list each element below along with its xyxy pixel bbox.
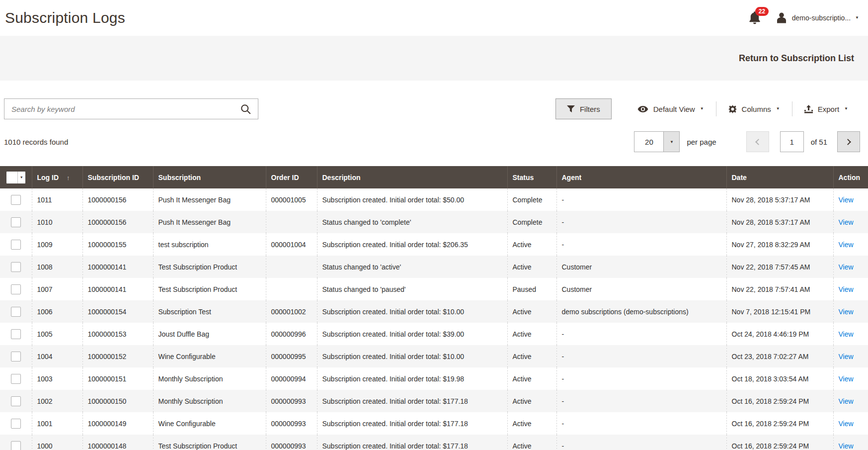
row-checkbox[interactable] bbox=[11, 284, 21, 294]
cell-status: Active bbox=[507, 435, 556, 450]
cell-status: Active bbox=[507, 345, 556, 367]
cell-order-id: 000000993 bbox=[266, 412, 317, 435]
cell-date: Oct 24, 2018 4:46:19 PM bbox=[726, 323, 833, 345]
cell-description: Subscription created. Initial order tota… bbox=[317, 233, 507, 256]
cell-description: Subscription created. Initial order tota… bbox=[317, 345, 507, 367]
cell-date: Nov 27, 2018 8:32:29 AM bbox=[726, 233, 833, 256]
column-header-subscription[interactable]: Subscription bbox=[153, 166, 266, 188]
cell-date: Nov 22, 2018 7:57:41 AM bbox=[726, 278, 833, 300]
filter-funnel-icon bbox=[567, 105, 575, 112]
cell-status: Active bbox=[507, 233, 556, 256]
cell-date: Nov 7, 2018 12:15:41 PM bbox=[726, 300, 833, 323]
view-link[interactable]: View bbox=[839, 442, 854, 450]
cell-subscription: Test Subscription Product bbox=[153, 278, 266, 300]
cell-agent: - bbox=[556, 188, 726, 211]
cell-status: Active bbox=[507, 412, 556, 435]
chevron-left-icon bbox=[755, 139, 762, 145]
records-count: 1010 records found bbox=[4, 138, 68, 146]
view-link[interactable]: View bbox=[839, 285, 854, 293]
column-header-agent[interactable]: Agent bbox=[556, 166, 726, 188]
export-button[interactable]: Export ▼ bbox=[792, 101, 860, 116]
table-row: 1004 1000000152 Wine Configurable 000000… bbox=[0, 345, 868, 367]
cell-subscription: Subscription Test bbox=[153, 300, 266, 323]
view-link[interactable]: View bbox=[839, 375, 854, 383]
return-to-subscription-list-button[interactable]: Return to Subscription List bbox=[739, 53, 854, 64]
row-checkbox[interactable] bbox=[11, 329, 21, 339]
search-box bbox=[4, 98, 258, 119]
column-header-order-id[interactable]: Order ID bbox=[266, 166, 317, 188]
cell-log-id: 1009 bbox=[32, 233, 82, 256]
view-link[interactable]: View bbox=[839, 241, 854, 249]
view-link[interactable]: View bbox=[839, 420, 854, 428]
row-checkbox[interactable] bbox=[11, 307, 21, 317]
chevron-down-icon: ▼ bbox=[844, 107, 848, 111]
cell-status: Active bbox=[507, 323, 556, 345]
default-view-button[interactable]: Default View ▼ bbox=[626, 101, 716, 116]
notifications-button[interactable]: 22 bbox=[749, 11, 761, 24]
select-all-checkbox[interactable] bbox=[6, 172, 18, 183]
row-checkbox[interactable] bbox=[11, 262, 21, 272]
search-submit-button[interactable] bbox=[236, 101, 256, 117]
cell-agent: - bbox=[556, 412, 726, 435]
table-row: 1000 1000000148 Test Subscription Produc… bbox=[0, 435, 868, 450]
notifications-badge: 22 bbox=[755, 7, 769, 16]
view-link[interactable]: View bbox=[839, 263, 854, 271]
view-link[interactable]: View bbox=[839, 330, 854, 338]
cell-agent: Customer bbox=[556, 256, 726, 278]
cell-subscription: Test Subscription Product bbox=[153, 435, 266, 450]
chevron-down-icon: ▼ bbox=[663, 132, 679, 152]
row-checkbox[interactable] bbox=[11, 419, 21, 429]
cell-agent: - bbox=[556, 211, 726, 233]
row-checkbox[interactable] bbox=[11, 217, 21, 227]
next-page-button[interactable] bbox=[837, 131, 860, 152]
view-link[interactable]: View bbox=[839, 353, 854, 360]
view-link[interactable]: View bbox=[839, 308, 854, 316]
row-checkbox[interactable] bbox=[11, 374, 21, 384]
table-header: ▼ Log ID↑ Subscription ID Subscription O… bbox=[0, 166, 868, 188]
cell-subscription: Test Subscription Product bbox=[153, 256, 266, 278]
cell-log-id: 1011 bbox=[32, 188, 82, 211]
total-pages-label: of 51 bbox=[811, 138, 827, 146]
chevron-down-icon: ▼ bbox=[776, 107, 780, 111]
cell-description: Status changed to 'complete' bbox=[317, 211, 507, 233]
cell-order-id: 000000995 bbox=[266, 345, 317, 367]
select-all-dropdown[interactable]: ▼ bbox=[6, 172, 25, 183]
column-header-status[interactable]: Status bbox=[507, 166, 556, 188]
columns-button[interactable]: Columns ▼ bbox=[716, 101, 792, 116]
row-checkbox[interactable] bbox=[11, 352, 21, 361]
row-checkbox[interactable] bbox=[11, 441, 21, 450]
chevron-down-icon: ▼ bbox=[700, 107, 704, 111]
page-header: Subscription Logs 22 demo-subscriptio...… bbox=[0, 0, 868, 36]
column-header-subscription-id[interactable]: Subscription ID bbox=[82, 166, 153, 188]
cell-subscription: Monthly Subscription bbox=[153, 390, 266, 412]
row-checkbox[interactable] bbox=[11, 195, 21, 205]
table-row: 1006 1000000154 Subscription Test 000001… bbox=[0, 300, 868, 323]
column-header-description[interactable]: Description bbox=[317, 166, 507, 188]
view-link[interactable]: View bbox=[839, 218, 854, 226]
cell-date: Oct 16, 2018 2:59:24 PM bbox=[726, 412, 833, 435]
cell-description: Status changed to 'paused' bbox=[317, 278, 507, 300]
column-header-log-id[interactable]: Log ID↑ bbox=[32, 166, 82, 188]
cell-description: Subscription created. Initial order tota… bbox=[317, 390, 507, 412]
column-header-date[interactable]: Date bbox=[726, 166, 833, 188]
user-menu-button[interactable]: demo-subscriptio... ▼ bbox=[776, 12, 859, 24]
view-link[interactable]: View bbox=[839, 397, 854, 405]
row-checkbox[interactable] bbox=[11, 396, 21, 406]
cell-log-id: 1010 bbox=[32, 211, 82, 233]
table-row: 1009 1000000155 test subscription 000001… bbox=[0, 233, 868, 256]
cell-subscription-id: 1000000149 bbox=[82, 412, 153, 435]
grid-controls: Filters Default View ▼ Columns ▼ bbox=[555, 98, 860, 119]
username: demo-subscriptio... bbox=[792, 14, 851, 22]
cell-subscription: test subscription bbox=[153, 233, 266, 256]
search-input[interactable] bbox=[11, 105, 236, 113]
cell-subscription: Push It Messenger Bag bbox=[153, 211, 266, 233]
cell-agent: - bbox=[556, 233, 726, 256]
cell-agent: - bbox=[556, 323, 726, 345]
previous-page-button[interactable] bbox=[746, 131, 769, 152]
row-checkbox[interactable] bbox=[11, 240, 21, 250]
filters-button[interactable]: Filters bbox=[555, 98, 612, 119]
column-header-action[interactable]: Action bbox=[833, 166, 868, 188]
view-link[interactable]: View bbox=[839, 196, 854, 204]
page-number-input[interactable] bbox=[780, 131, 804, 152]
per-page-select[interactable]: 20 ▼ bbox=[634, 131, 680, 152]
